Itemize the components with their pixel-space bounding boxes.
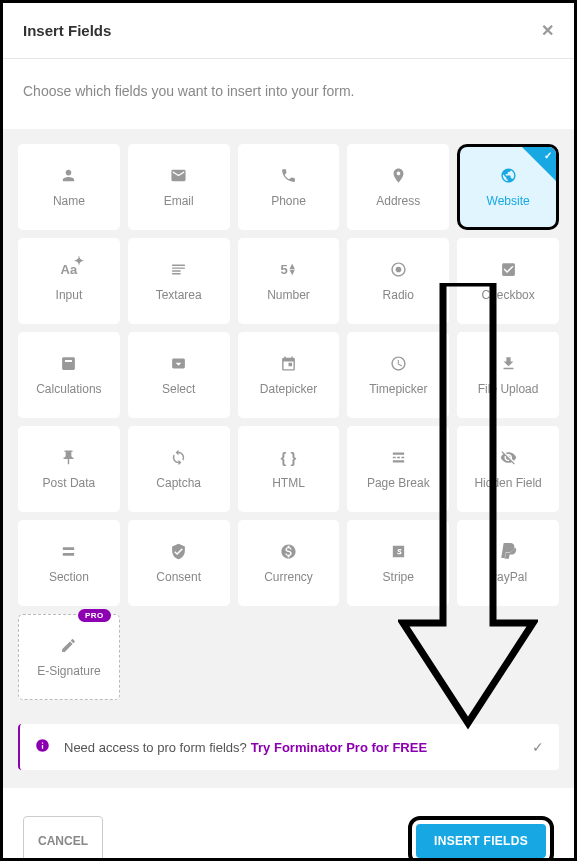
field-stripe[interactable]: Stripe bbox=[347, 520, 449, 606]
field-label: Website bbox=[487, 194, 530, 208]
textarea-icon bbox=[170, 260, 187, 278]
field-number[interactable]: 5 ▲▼ Number bbox=[238, 238, 340, 324]
close-icon[interactable]: ✕ bbox=[541, 21, 554, 40]
eye-off-icon bbox=[500, 448, 517, 466]
pro-badge: PRO bbox=[78, 609, 111, 622]
field-fileupload[interactable]: File Upload bbox=[457, 332, 559, 418]
field-label: Section bbox=[49, 570, 89, 584]
calendar-icon bbox=[280, 354, 297, 372]
radio-icon bbox=[390, 260, 407, 278]
clock-icon bbox=[390, 354, 407, 372]
check-icon: ✓ bbox=[532, 739, 544, 755]
field-label: Consent bbox=[156, 570, 201, 584]
field-label: Datepicker bbox=[260, 382, 317, 396]
field-address[interactable]: Address bbox=[347, 144, 449, 230]
field-esignature[interactable]: PRO E-Signature bbox=[18, 614, 120, 700]
field-pagebreak[interactable]: Page Break bbox=[347, 426, 449, 512]
field-label: Number bbox=[267, 288, 310, 302]
location-icon bbox=[390, 166, 407, 184]
field-datepicker[interactable]: Datepicker bbox=[238, 332, 340, 418]
field-checkbox[interactable]: Checkbox bbox=[457, 238, 559, 324]
field-label: Checkbox bbox=[481, 288, 534, 302]
field-label: File Upload bbox=[478, 382, 539, 396]
section-icon bbox=[60, 542, 77, 560]
field-hiddenfield[interactable]: Hidden Field bbox=[457, 426, 559, 512]
field-timepicker[interactable]: Timepicker bbox=[347, 332, 449, 418]
svg-point-0 bbox=[395, 266, 401, 272]
pencil-icon bbox=[60, 636, 77, 654]
fields-section: Name Email Phone Address bbox=[3, 129, 574, 788]
check-icon: ✓ bbox=[544, 150, 552, 161]
modal-footer: CANCEL INSERT FIELDS bbox=[3, 788, 574, 861]
field-html[interactable]: { } HTML bbox=[238, 426, 340, 512]
info-icon bbox=[35, 738, 50, 756]
field-label: Select bbox=[162, 382, 195, 396]
field-label: Phone bbox=[271, 194, 306, 208]
field-consent[interactable]: Consent bbox=[128, 520, 230, 606]
insert-button-highlight: INSERT FIELDS bbox=[408, 816, 554, 861]
field-postdata[interactable]: Post Data bbox=[18, 426, 120, 512]
field-label: Hidden Field bbox=[474, 476, 541, 490]
field-captcha[interactable]: Captcha bbox=[128, 426, 230, 512]
stripe-icon bbox=[390, 542, 407, 560]
field-website[interactable]: ✓ Website bbox=[457, 144, 559, 230]
cancel-button[interactable]: CANCEL bbox=[23, 816, 103, 861]
field-label: Email bbox=[164, 194, 194, 208]
email-icon bbox=[170, 166, 187, 184]
field-paypal[interactable]: PayPal bbox=[457, 520, 559, 606]
field-label: Currency bbox=[264, 570, 313, 584]
field-label: Input bbox=[56, 288, 83, 302]
modal-header: Insert Fields ✕ bbox=[3, 3, 574, 59]
person-icon bbox=[60, 166, 77, 184]
field-select[interactable]: Select bbox=[128, 332, 230, 418]
number-icon: 5 ▲▼ bbox=[280, 260, 296, 278]
field-label: Textarea bbox=[156, 288, 202, 302]
field-label: Address bbox=[376, 194, 420, 208]
download-icon bbox=[500, 354, 517, 372]
select-icon bbox=[170, 354, 187, 372]
field-label: PayPal bbox=[489, 570, 527, 584]
field-label: Post Data bbox=[43, 476, 96, 490]
field-label: Page Break bbox=[367, 476, 430, 490]
field-section[interactable]: Section bbox=[18, 520, 120, 606]
field-input[interactable]: Aa✦ Input bbox=[18, 238, 120, 324]
field-label: Radio bbox=[383, 288, 414, 302]
field-name[interactable]: Name bbox=[18, 144, 120, 230]
checkbox-icon bbox=[500, 260, 517, 278]
field-calculations[interactable]: Calculations bbox=[18, 332, 120, 418]
refresh-icon bbox=[170, 448, 187, 466]
field-currency[interactable]: Currency bbox=[238, 520, 340, 606]
field-radio[interactable]: Radio bbox=[347, 238, 449, 324]
pagebreak-icon bbox=[390, 448, 407, 466]
modal-subtitle: Choose which fields you want to insert i… bbox=[3, 59, 574, 129]
notice-link[interactable]: Try Forminator Pro for FREE bbox=[251, 740, 427, 755]
field-label: HTML bbox=[272, 476, 305, 490]
code-icon: { } bbox=[281, 448, 297, 466]
field-label: Captcha bbox=[156, 476, 201, 490]
globe-icon bbox=[500, 166, 517, 184]
calculator-icon bbox=[60, 354, 77, 372]
field-label: Calculations bbox=[36, 382, 101, 396]
field-email[interactable]: Email bbox=[128, 144, 230, 230]
modal-title: Insert Fields bbox=[23, 22, 111, 39]
field-label: Stripe bbox=[383, 570, 414, 584]
phone-icon bbox=[280, 166, 297, 184]
field-label: Timepicker bbox=[369, 382, 427, 396]
notice-text: Need access to pro form fields? bbox=[64, 740, 247, 755]
input-icon: Aa✦ bbox=[61, 260, 78, 278]
shield-check-icon bbox=[170, 542, 187, 560]
insert-fields-button[interactable]: INSERT FIELDS bbox=[416, 824, 546, 858]
field-label: E-Signature bbox=[37, 664, 100, 678]
paypal-icon bbox=[500, 542, 517, 560]
currency-icon bbox=[280, 542, 297, 560]
pro-notice: Need access to pro form fields? Try Form… bbox=[18, 724, 559, 770]
field-phone[interactable]: Phone bbox=[238, 144, 340, 230]
field-label: Name bbox=[53, 194, 85, 208]
pin-icon bbox=[60, 448, 77, 466]
field-textarea[interactable]: Textarea bbox=[128, 238, 230, 324]
